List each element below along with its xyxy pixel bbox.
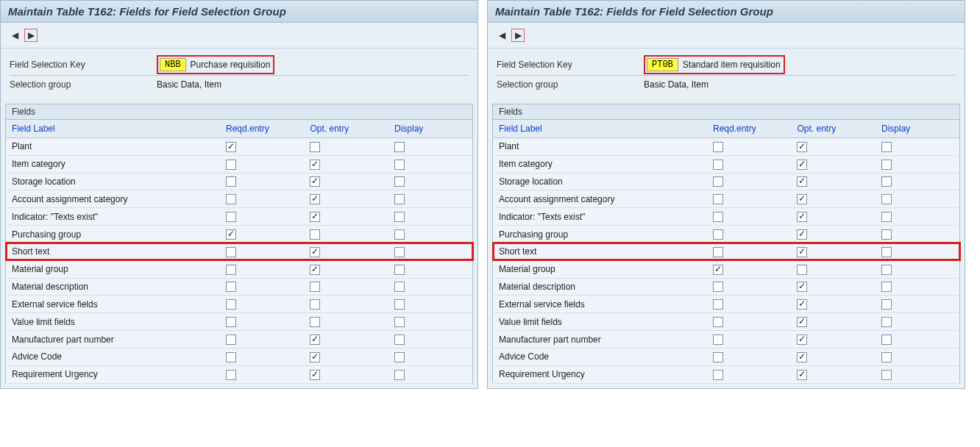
- checkbox-unchecked[interactable]: [226, 282, 236, 292]
- checkbox-unchecked[interactable]: [226, 352, 236, 362]
- checkbox-unchecked[interactable]: [394, 142, 405, 152]
- checkbox-unchecked[interactable]: [310, 229, 320, 240]
- prev-button[interactable]: ◀: [495, 29, 508, 42]
- checkbox-checked[interactable]: [797, 370, 807, 380]
- checkbox-unchecked[interactable]: [713, 299, 723, 310]
- checkbox-checked[interactable]: [797, 335, 807, 345]
- checkbox-unchecked[interactable]: [394, 194, 405, 204]
- checkbox-unchecked[interactable]: [713, 335, 723, 345]
- checkbox-unchecked[interactable]: [226, 160, 236, 170]
- checkbox-unchecked[interactable]: [713, 160, 723, 170]
- checkbox-unchecked[interactable]: [881, 265, 892, 275]
- checkbox-checked[interactable]: [310, 160, 320, 170]
- checkbox-checked[interactable]: [797, 194, 807, 204]
- checkbox-unchecked[interactable]: [226, 299, 236, 310]
- checkbox-unchecked[interactable]: [881, 352, 892, 362]
- prev-button[interactable]: ◀: [8, 29, 21, 42]
- field-selection-key-code[interactable]: PT0B: [647, 58, 678, 71]
- checkbox-unchecked[interactable]: [394, 160, 405, 170]
- checkbox-unchecked[interactable]: [713, 176, 723, 187]
- checkbox-checked[interactable]: [713, 265, 723, 275]
- checkbox-checked[interactable]: [310, 247, 320, 257]
- checkbox-unchecked[interactable]: [394, 229, 405, 240]
- checkbox-checked[interactable]: [797, 299, 807, 310]
- checkbox-unchecked[interactable]: [881, 299, 892, 310]
- checkbox-unchecked[interactable]: [394, 299, 405, 310]
- checkbox-unchecked[interactable]: [394, 317, 405, 327]
- checkbox-unchecked[interactable]: [394, 335, 405, 345]
- checkbox-checked[interactable]: [226, 142, 236, 152]
- checkbox-unchecked[interactable]: [226, 265, 236, 275]
- checkbox-checked[interactable]: [310, 176, 320, 187]
- checkbox-unchecked[interactable]: [310, 282, 320, 292]
- checkbox-checked[interactable]: [310, 265, 320, 275]
- toolbar: ◀ ▶: [1, 23, 477, 49]
- checkbox-unchecked[interactable]: [713, 352, 723, 362]
- checkbox-unchecked[interactable]: [226, 335, 236, 345]
- checkbox-unchecked[interactable]: [881, 176, 892, 187]
- checkbox-unchecked[interactable]: [226, 370, 236, 380]
- checkbox-unchecked[interactable]: [310, 317, 320, 327]
- checkbox-checked[interactable]: [797, 142, 807, 152]
- checkbox-checked[interactable]: [797, 176, 807, 187]
- checkbox-unchecked[interactable]: [226, 194, 236, 204]
- checkbox-unchecked[interactable]: [394, 176, 405, 187]
- checkbox-unchecked[interactable]: [226, 317, 236, 327]
- table-row: Manufacturer part number: [493, 331, 960, 348]
- checkbox-unchecked[interactable]: [310, 142, 320, 152]
- checkbox-checked[interactable]: [797, 229, 807, 240]
- checkbox-unchecked[interactable]: [881, 335, 892, 345]
- table-row: Material description: [493, 278, 960, 296]
- checkbox-unchecked[interactable]: [881, 247, 892, 257]
- checkbox-checked[interactable]: [226, 229, 236, 240]
- table-row: Short text: [6, 243, 473, 260]
- checkbox-unchecked[interactable]: [881, 212, 892, 222]
- checkbox-unchecked[interactable]: [881, 317, 892, 327]
- checkbox-unchecked[interactable]: [881, 282, 892, 292]
- page-title: Maintain Table T162: Fields for Field Se…: [1, 1, 477, 23]
- checkbox-unchecked[interactable]: [394, 282, 405, 292]
- checkbox-unchecked[interactable]: [713, 229, 723, 240]
- table-row: Material group: [6, 260, 473, 278]
- checkbox-unchecked[interactable]: [394, 265, 405, 275]
- checkbox-checked[interactable]: [310, 370, 320, 380]
- checkbox-unchecked[interactable]: [713, 142, 723, 152]
- checkbox-checked[interactable]: [797, 247, 807, 257]
- checkbox-unchecked[interactable]: [394, 212, 405, 222]
- checkbox-unchecked[interactable]: [881, 160, 892, 170]
- next-button[interactable]: ▶: [24, 29, 38, 42]
- checkbox-unchecked[interactable]: [310, 299, 320, 310]
- field-selection-key-code[interactable]: NBB: [160, 58, 186, 71]
- checkbox-unchecked[interactable]: [394, 370, 405, 380]
- checkbox-checked[interactable]: [310, 335, 320, 345]
- checkbox-unchecked[interactable]: [394, 352, 405, 362]
- table-row: Purchasing group: [493, 226, 960, 243]
- checkbox-checked[interactable]: [310, 194, 320, 204]
- checkbox-checked[interactable]: [310, 212, 320, 222]
- checkbox-checked[interactable]: [797, 352, 807, 362]
- tbody-1: PlantItem categoryStorage locationAccoun…: [493, 138, 960, 384]
- checkbox-unchecked[interactable]: [226, 176, 236, 187]
- checkbox-unchecked[interactable]: [881, 229, 892, 240]
- checkbox-checked[interactable]: [310, 352, 320, 362]
- checkbox-checked[interactable]: [797, 282, 807, 292]
- checkbox-unchecked[interactable]: [713, 212, 723, 222]
- checkbox-unchecked[interactable]: [797, 265, 807, 275]
- checkbox-unchecked[interactable]: [713, 194, 723, 204]
- checkbox-unchecked[interactable]: [713, 282, 723, 292]
- checkbox-unchecked[interactable]: [881, 370, 892, 380]
- checkbox-unchecked[interactable]: [881, 194, 892, 204]
- next-button[interactable]: ▶: [511, 29, 525, 42]
- checkbox-unchecked[interactable]: [713, 317, 723, 327]
- checkbox-unchecked[interactable]: [226, 247, 236, 257]
- checkbox-checked[interactable]: [797, 212, 807, 222]
- checkbox-unchecked[interactable]: [394, 247, 405, 257]
- checkbox-checked[interactable]: [797, 160, 807, 170]
- checkbox-unchecked[interactable]: [713, 247, 723, 257]
- checkbox-unchecked[interactable]: [226, 212, 236, 222]
- checkbox-unchecked[interactable]: [881, 142, 892, 152]
- panel-right: Maintain Table T162: Fields for Field Se…: [487, 0, 965, 389]
- checkbox-unchecked[interactable]: [713, 370, 723, 380]
- checkbox-checked[interactable]: [797, 317, 807, 327]
- table-row: Indicator: "Texts exist": [493, 208, 960, 226]
